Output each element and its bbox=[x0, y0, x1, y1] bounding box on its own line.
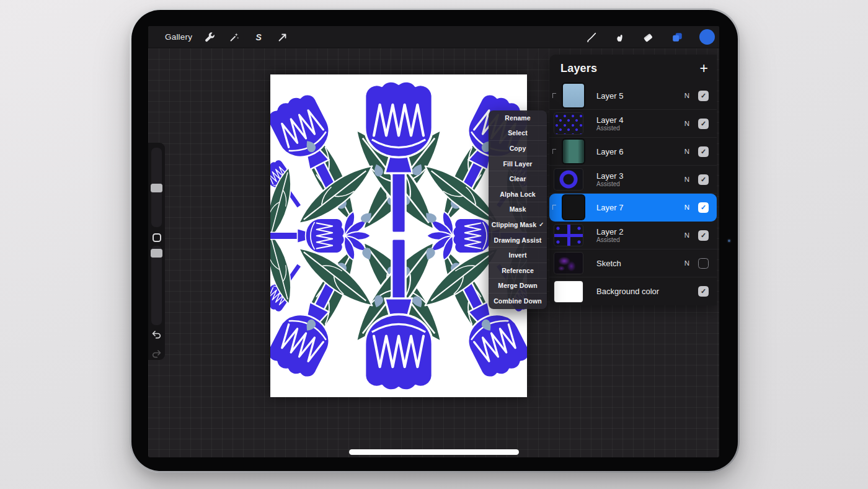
magic-wand-icon[interactable] bbox=[228, 31, 241, 43]
layer-blend-mode-badge[interactable]: N bbox=[684, 120, 689, 127]
check-glyph: ✓ bbox=[701, 176, 706, 184]
layer-name-block: Layer 2 Assisted bbox=[596, 227, 672, 244]
context-menu-item[interactable]: Select ✓ bbox=[489, 126, 547, 141]
eraser-icon[interactable] bbox=[642, 31, 655, 43]
context-menu-item[interactable]: Drawing Assist ✓ bbox=[489, 233, 547, 248]
home-indicator[interactable] bbox=[349, 449, 519, 455]
layer-name: Layer 4 bbox=[596, 115, 672, 125]
layer-name: Layer 6 bbox=[596, 147, 672, 156]
context-menu-item[interactable]: Combine Down ✓ bbox=[489, 294, 547, 309]
layer-visibility-checkbox[interactable]: ✓ bbox=[698, 202, 709, 213]
context-menu-item[interactable]: Rename ✓ bbox=[489, 110, 547, 126]
opacity-slider-handle[interactable] bbox=[151, 249, 162, 258]
context-menu-item-label: Clear bbox=[510, 175, 526, 182]
check-glyph: ✓ bbox=[701, 231, 706, 240]
side-toolbar bbox=[148, 143, 165, 360]
procreate-screen: Gallery S bbox=[148, 26, 719, 457]
layer-thumbnail[interactable] bbox=[563, 195, 584, 219]
brush-size-slider-handle[interactable] bbox=[151, 184, 162, 192]
context-menu-item-label: Alpha Lock bbox=[500, 191, 536, 198]
layer-visibility-checkbox[interactable]: ✓ bbox=[698, 230, 709, 241]
context-menu-item-label: Reference bbox=[502, 267, 534, 274]
layer-blend-mode-badge[interactable]: N bbox=[684, 148, 689, 155]
layer-name: Layer 2 bbox=[596, 227, 672, 236]
context-menu-item[interactable]: Clipping Mask ✓ bbox=[489, 217, 547, 233]
layer-context-menu: Rename ✓ Select ✓ Copy ✓ bbox=[489, 110, 547, 309]
layer-visibility-checkbox[interactable]: ✓ bbox=[698, 119, 709, 129]
layer-thumbnail[interactable] bbox=[563, 84, 584, 107]
layer-name-block: Layer 5 Assisted bbox=[596, 91, 672, 101]
layers-panel-title: Layers bbox=[560, 62, 597, 75]
context-menu-item-label: Drawing Assist bbox=[494, 236, 542, 244]
layer-visibility-checkbox[interactable]: ✓ bbox=[698, 174, 709, 185]
layer-row[interactable]: Layer 3 Assisted N ✓ bbox=[549, 166, 717, 194]
layer-thumbnail[interactable] bbox=[563, 140, 584, 163]
layer-row[interactable]: Layer 7 Assisted N ✓ bbox=[549, 194, 717, 222]
context-menu-item[interactable]: Merge Down ✓ bbox=[489, 279, 547, 294]
layers-panel-header: Layers + bbox=[549, 55, 717, 82]
context-menu-item-label: Rename bbox=[505, 114, 530, 122]
tablet-bezel: Gallery S bbox=[131, 10, 738, 471]
layer-row[interactable]: Sketch Assisted N ✓ bbox=[549, 249, 717, 277]
layer-row[interactable]: Layer 2 Assisted N ✓ bbox=[549, 222, 717, 249]
selection-s-icon[interactable]: S bbox=[252, 31, 265, 43]
context-menu-item[interactable]: Fill Layer ✓ bbox=[489, 156, 547, 172]
smudge-finger-icon[interactable] bbox=[614, 31, 626, 43]
transform-arrow-icon[interactable] bbox=[277, 31, 289, 43]
layer-visibility-checkbox[interactable]: ✓ bbox=[698, 286, 709, 297]
tablet-frame: Gallery S bbox=[130, 8, 740, 473]
layer-row[interactable]: Layer 4 Assisted N ✓ bbox=[549, 110, 717, 138]
layer-name: Background color bbox=[596, 287, 672, 296]
redo-arrow-icon[interactable] bbox=[151, 349, 162, 362]
layer-row[interactable]: Layer 6 Assisted N ✓ bbox=[549, 138, 717, 166]
wrench-icon[interactable] bbox=[204, 31, 216, 43]
layer-blend-mode-badge[interactable]: N bbox=[684, 92, 689, 99]
check-glyph: ✓ bbox=[701, 120, 706, 128]
layer-thumbnail[interactable] bbox=[554, 113, 583, 134]
context-menu-item[interactable]: Copy ✓ bbox=[489, 141, 547, 156]
layer-thumbnail[interactable] bbox=[554, 169, 583, 190]
context-menu-item[interactable]: Clear ✓ bbox=[489, 171, 547, 187]
layer-visibility-checkbox[interactable]: ✓ bbox=[698, 146, 709, 157]
layer-visibility-checkbox[interactable]: ✓ bbox=[698, 91, 709, 101]
layer-name-block: Layer 3 Assisted bbox=[596, 171, 672, 188]
layer-thumbnail[interactable] bbox=[554, 253, 583, 274]
check-glyph: ✓ bbox=[701, 287, 706, 295]
context-menu-item-label: Invert bbox=[508, 251, 526, 259]
layer-assisted-label: Assisted bbox=[596, 181, 672, 188]
layer-name: Layer 5 bbox=[596, 91, 672, 101]
context-menu-item-label: Combine Down bbox=[494, 297, 542, 305]
menu-check-icon: ✓ bbox=[539, 221, 544, 228]
clipping-mask-indicator bbox=[552, 149, 556, 154]
context-menu-item[interactable]: Alpha Lock ✓ bbox=[489, 187, 547, 202]
layer-name-block: Sketch Assisted bbox=[596, 259, 672, 268]
layers-icon[interactable] bbox=[671, 31, 683, 43]
add-layer-button[interactable]: + bbox=[700, 62, 708, 74]
layer-visibility-checkbox[interactable]: ✓ bbox=[698, 258, 709, 269]
layer-blend-mode-badge[interactable]: N bbox=[684, 231, 689, 239]
clipping-mask-indicator bbox=[552, 93, 556, 98]
undo-arrow-icon[interactable] bbox=[151, 330, 162, 343]
layer-name: Layer 7 bbox=[596, 203, 672, 212]
layer-thumbnail[interactable] bbox=[554, 281, 583, 302]
layer-blend-mode-badge[interactable]: N bbox=[684, 204, 689, 211]
opacity-slider[interactable] bbox=[151, 246, 162, 325]
context-menu-item-label: Select bbox=[508, 129, 528, 137]
layer-blend-mode-badge[interactable]: N bbox=[684, 176, 689, 183]
modify-square-icon[interactable] bbox=[153, 233, 161, 242]
context-menu-item[interactable]: Reference ✓ bbox=[489, 263, 547, 279]
context-menu-item[interactable]: Mask ✓ bbox=[489, 202, 547, 218]
brush-icon[interactable] bbox=[585, 31, 598, 43]
layer-thumbnail[interactable] bbox=[554, 225, 583, 246]
layer-row[interactable]: Layer 5 Assisted N ✓ bbox=[549, 82, 717, 110]
check-glyph: ✓ bbox=[701, 92, 706, 100]
context-menu-item[interactable]: Invert ✓ bbox=[489, 248, 547, 263]
layer-blend-mode-badge[interactable]: N bbox=[684, 259, 689, 267]
layer-row[interactable]: Background color Assisted ✓ bbox=[549, 277, 717, 305]
layer-assisted-label: Assisted bbox=[596, 236, 672, 244]
top-toolbar: Gallery S bbox=[148, 26, 719, 48]
desk-background: Gallery S bbox=[0, 0, 868, 489]
gallery-button[interactable]: Gallery bbox=[165, 32, 192, 42]
layer-list: Layer 5 Assisted N ✓ bbox=[549, 82, 717, 305]
color-circle-icon[interactable] bbox=[699, 29, 715, 45]
